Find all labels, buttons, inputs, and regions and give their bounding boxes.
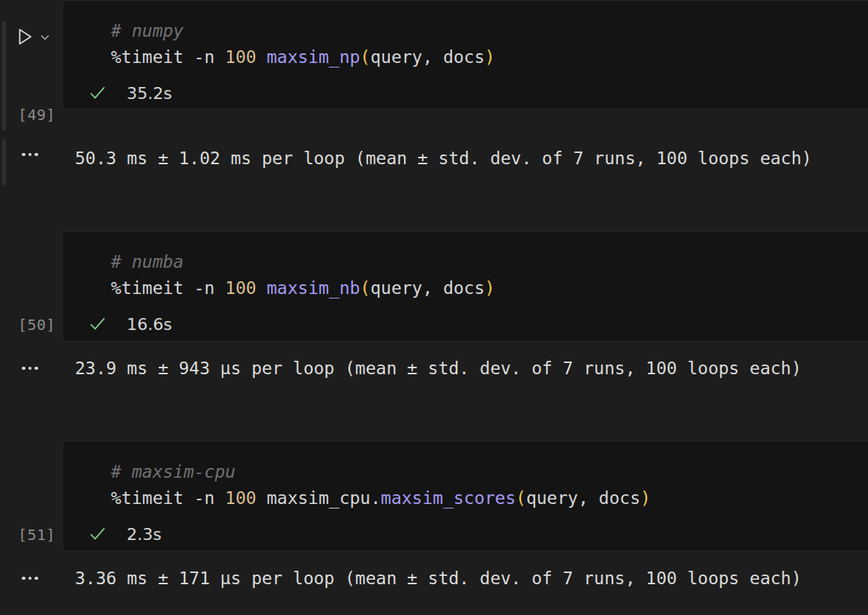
execution-count-label: [50] [18,316,55,334]
execution-duration: 35.2s [127,84,172,103]
cell-output: 3.36 ms ± 171 µs per loop (mean ± std. d… [75,568,801,589]
ellipsis-icon [34,577,38,580]
code-line[interactable]: # numba [111,249,868,275]
execution-count-label: [49] [18,106,55,124]
code-cell[interactable]: # maxsim-cpu %timeit -n 100 maxsim_cpu.m… [62,441,868,551]
output-more-actions-button[interactable] [22,574,41,583]
run-options-dropdown[interactable] [39,32,51,44]
ellipsis-icon [34,153,38,157]
ellipsis-icon [22,577,25,580]
ellipsis-icon [22,153,25,157]
code-line[interactable]: # maxsim-cpu [111,459,868,485]
cell-focus-bar-output[interactable] [2,139,6,185]
run-cell-button[interactable] [14,26,35,47]
execution-duration: 2.3s [127,525,161,544]
code-editor[interactable]: # numba %timeit -n 100 maxsim_nb(query, … [63,232,868,302]
success-check-icon [88,83,107,103]
code-line[interactable]: %timeit -n 100 maxsim_cpu.maxsim_scores(… [111,485,868,512]
play-icon [14,26,35,47]
ellipsis-icon [22,367,25,370]
cell-status-bar: 35.2s [63,82,868,104]
ellipsis-icon [28,153,32,157]
code-cell[interactable]: # numba %timeit -n 100 maxsim_nb(query, … [62,231,868,341]
output-more-actions-button[interactable] [22,150,41,159]
notebook-page: [49] # numpy %timeit -n 100 maxsim_np(qu… [0,0,868,615]
success-check-icon [88,314,107,334]
code-cell[interactable]: # numpy %timeit -n 100 maxsim_np(query, … [62,0,868,110]
code-line[interactable]: %timeit -n 100 maxsim_np(query, docs) [111,44,868,70]
cell-status-bar: 16.6s [63,314,868,334]
code-line[interactable]: # numpy [111,18,868,44]
execution-count-label: [51] [18,526,55,544]
ellipsis-icon [28,367,32,370]
cell-focus-bar-editor[interactable] [2,21,6,130]
code-editor[interactable]: # numpy %timeit -n 100 maxsim_np(query, … [63,1,868,70]
ellipsis-icon [28,577,32,580]
cell-status-bar: 2.3s [63,524,868,544]
success-check-icon [88,524,107,544]
cell-output: 50.3 ms ± 1.02 ms per loop (mean ± std. … [75,148,812,169]
cell-output: 23.9 ms ± 943 µs per loop (mean ± std. d… [75,358,801,379]
execution-duration: 16.6s [127,315,172,334]
code-editor[interactable]: # maxsim-cpu %timeit -n 100 maxsim_cpu.m… [63,442,868,512]
chevron-down-icon [39,32,51,44]
output-more-actions-button[interactable] [22,364,41,373]
code-line[interactable]: %timeit -n 100 maxsim_nb(query, docs) [111,275,868,302]
ellipsis-icon [34,367,38,370]
